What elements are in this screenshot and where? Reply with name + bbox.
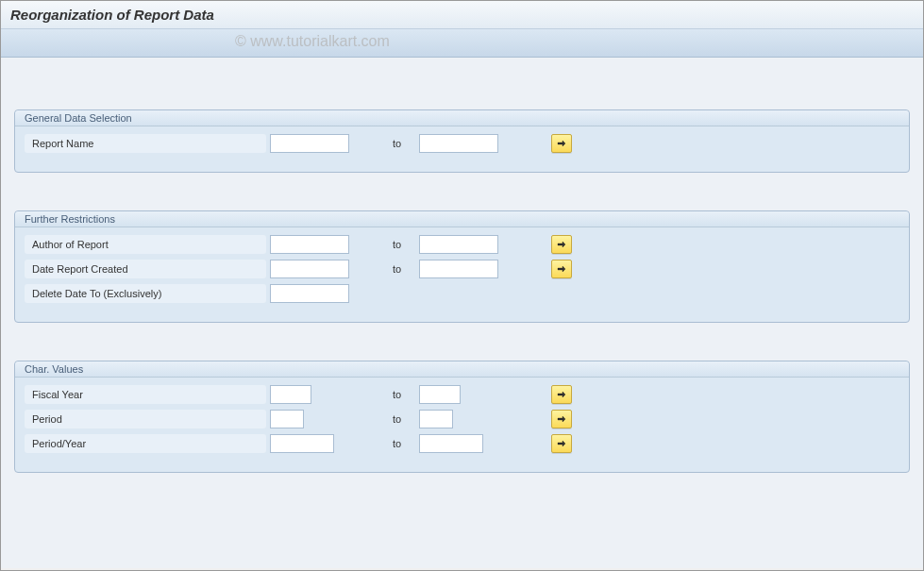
input-author-from[interactable] (270, 235, 349, 254)
label-period-year: Period/Year (25, 434, 266, 453)
range-button-period[interactable] (551, 410, 572, 428)
arrow-right-icon (557, 240, 566, 249)
range-button-report-name[interactable] (551, 134, 572, 153)
input-fiscal-year-from[interactable] (270, 385, 311, 404)
row-report-name: Report Name to (25, 132, 899, 155)
row-author: Author of Report to (25, 233, 899, 256)
input-period-to[interactable] (419, 410, 453, 428)
label-delete-date: Delete Date To (Exclusively) (25, 284, 266, 303)
label-to: to (351, 438, 419, 449)
range-button-date-created[interactable] (551, 260, 572, 278)
section-header-general: General Data Selection (15, 110, 909, 126)
arrow-right-icon (557, 264, 566, 274)
label-period: Period (25, 410, 266, 428)
watermark: © www.tutorialkart.com (235, 33, 390, 50)
section-header-further: Further Restrictions (15, 211, 909, 227)
row-date-created: Date Report Created to (25, 258, 899, 280)
content-area: General Data Selection Report Name to (1, 58, 923, 568)
title-bar: Reorganization of Report Data (1, 1, 923, 29)
row-fiscal-year: Fiscal Year to (25, 383, 899, 406)
label-to: to (351, 389, 419, 400)
label-fiscal-year: Fiscal Year (25, 385, 266, 404)
input-period-year-to[interactable] (419, 434, 483, 453)
section-general-data: General Data Selection Report Name to (14, 109, 910, 173)
input-report-name-to[interactable] (419, 134, 498, 153)
label-author: Author of Report (25, 235, 266, 254)
input-fiscal-year-to[interactable] (419, 385, 461, 404)
section-further-restrictions: Further Restrictions Author of Report to (14, 210, 910, 323)
arrow-right-icon (557, 439, 566, 448)
row-period-year: Period/Year to (25, 432, 899, 455)
label-to: to (351, 138, 419, 149)
page-title: Reorganization of Report Data (10, 7, 214, 23)
toolbar: © www.tutorialkart.com (1, 29, 923, 58)
label-to: to (351, 413, 419, 425)
label-to: to (351, 239, 419, 250)
label-to: to (351, 263, 419, 275)
section-header-char-values: Char. Values (15, 361, 909, 378)
input-delete-date[interactable] (270, 284, 349, 303)
input-period-from[interactable] (270, 410, 304, 428)
input-date-created-from[interactable] (270, 260, 349, 278)
row-period: Period to (25, 408, 899, 430)
input-period-year-from[interactable] (270, 434, 334, 453)
arrow-right-icon (557, 414, 566, 424)
section-char-values: Char. Values Fiscal Year to Period (14, 361, 910, 473)
input-author-to[interactable] (419, 235, 498, 254)
row-delete-date: Delete Date To (Exclusively) (25, 282, 899, 305)
range-button-fiscal-year[interactable] (551, 385, 572, 404)
range-button-period-year[interactable] (551, 434, 572, 453)
label-report-name: Report Name (25, 134, 266, 153)
input-report-name-from[interactable] (270, 134, 349, 153)
input-date-created-to[interactable] (419, 260, 498, 278)
range-button-author[interactable] (551, 235, 572, 254)
arrow-right-icon (557, 390, 566, 399)
arrow-right-icon (557, 139, 566, 148)
label-date-created: Date Report Created (25, 260, 266, 278)
